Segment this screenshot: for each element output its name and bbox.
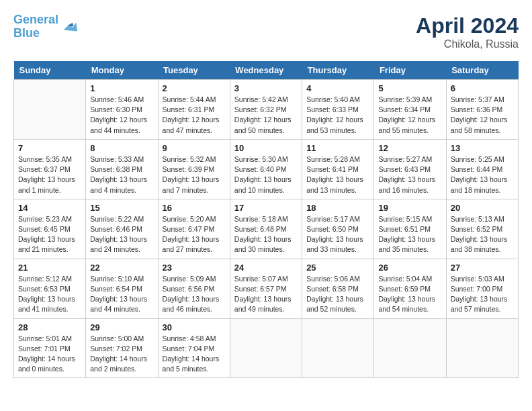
calendar-cell: 2Sunrise: 5:44 AMSunset: 6:31 PMDaylight… (158, 80, 230, 140)
calendar-cell: 28Sunrise: 5:01 AMSunset: 7:01 PMDayligh… (14, 318, 86, 378)
day-header-tuesday: Tuesday (158, 61, 230, 80)
week-row-4: 21Sunrise: 5:12 AMSunset: 6:53 PMDayligh… (14, 259, 519, 318)
cell-info: Sunrise: 5:40 AMSunset: 6:33 PMDaylight:… (306, 95, 369, 136)
date-number: 30 (163, 322, 226, 332)
calendar-cell (302, 318, 374, 378)
cell-info: Sunrise: 5:35 AMSunset: 6:37 PMDaylight:… (18, 154, 81, 195)
date-number: 16 (163, 203, 226, 213)
calendar-cell: 14Sunrise: 5:23 AMSunset: 6:45 PMDayligh… (14, 199, 86, 259)
day-header-thursday: Thursday (302, 61, 374, 80)
cell-info: Sunrise: 5:06 AMSunset: 6:58 PMDaylight:… (306, 274, 369, 315)
calendar-cell (374, 318, 446, 378)
calendar-cell: 23Sunrise: 5:09 AMSunset: 6:56 PMDayligh… (158, 259, 230, 318)
cell-info: Sunrise: 5:09 AMSunset: 6:56 PMDaylight:… (163, 274, 226, 315)
calendar-cell: 5Sunrise: 5:39 AMSunset: 6:34 PMDaylight… (374, 80, 446, 140)
week-row-5: 28Sunrise: 5:01 AMSunset: 7:01 PMDayligh… (14, 318, 519, 378)
date-number: 10 (234, 143, 298, 153)
date-number: 18 (306, 203, 369, 213)
calendar-cell: 3Sunrise: 5:42 AMSunset: 6:32 PMDaylight… (230, 80, 302, 140)
title-block: April 2024 Chikola, Russia (416, 13, 519, 50)
week-row-2: 7Sunrise: 5:35 AMSunset: 6:37 PMDaylight… (14, 139, 519, 199)
calendar-cell: 27Sunrise: 5:03 AMSunset: 7:00 PMDayligh… (446, 259, 518, 318)
calendar-header-row: SundayMondayTuesdayWednesdayThursdayFrid… (14, 61, 519, 80)
calendar-cell: 11Sunrise: 5:28 AMSunset: 6:41 PMDayligh… (302, 139, 374, 199)
calendar-cell: 19Sunrise: 5:15 AMSunset: 6:51 PMDayligh… (374, 199, 446, 259)
calendar-cell: 22Sunrise: 5:10 AMSunset: 6:54 PMDayligh… (86, 259, 158, 318)
calendar-cell: 30Sunrise: 4:58 AMSunset: 7:04 PMDayligh… (158, 318, 230, 378)
calendar-body: 1Sunrise: 5:46 AMSunset: 6:30 PMDaylight… (14, 80, 519, 378)
calendar-cell: 25Sunrise: 5:06 AMSunset: 6:58 PMDayligh… (302, 259, 374, 318)
month-title: April 2024 (416, 13, 519, 38)
cell-info: Sunrise: 5:18 AMSunset: 6:48 PMDaylight:… (234, 214, 298, 255)
cell-info: Sunrise: 5:30 AMSunset: 6:40 PMDaylight:… (234, 154, 298, 195)
date-number: 15 (90, 203, 153, 213)
calendar-cell: 13Sunrise: 5:25 AMSunset: 6:44 PMDayligh… (446, 139, 518, 199)
calendar-cell: 9Sunrise: 5:32 AMSunset: 6:39 PMDaylight… (158, 139, 230, 199)
cell-info: Sunrise: 4:58 AMSunset: 7:04 PMDaylight:… (163, 334, 226, 375)
date-number: 13 (451, 143, 514, 153)
cell-info: Sunrise: 5:25 AMSunset: 6:44 PMDaylight:… (451, 154, 514, 195)
cell-info: Sunrise: 5:01 AMSunset: 7:01 PMDaylight:… (18, 334, 81, 375)
cell-info: Sunrise: 5:22 AMSunset: 6:46 PMDaylight:… (90, 214, 153, 255)
calendar-cell (446, 318, 518, 378)
location: Chikola, Russia (416, 38, 519, 50)
calendar-cell: 8Sunrise: 5:33 AMSunset: 6:38 PMDaylight… (86, 139, 158, 199)
day-header-friday: Friday (374, 61, 446, 80)
date-number: 17 (234, 203, 298, 213)
calendar-cell: 12Sunrise: 5:27 AMSunset: 6:43 PMDayligh… (374, 139, 446, 199)
calendar-cell: 10Sunrise: 5:30 AMSunset: 6:40 PMDayligh… (230, 139, 302, 199)
date-number: 27 (451, 263, 514, 273)
calendar-cell: 1Sunrise: 5:46 AMSunset: 6:30 PMDaylight… (86, 80, 158, 140)
cell-info: Sunrise: 5:27 AMSunset: 6:43 PMDaylight:… (378, 154, 441, 195)
day-header-monday: Monday (86, 61, 158, 80)
calendar-cell: 6Sunrise: 5:37 AMSunset: 6:36 PMDaylight… (446, 80, 518, 140)
calendar-cell: 16Sunrise: 5:20 AMSunset: 6:47 PMDayligh… (158, 199, 230, 259)
logo-icon (60, 17, 79, 36)
calendar-cell: 21Sunrise: 5:12 AMSunset: 6:53 PMDayligh… (14, 259, 86, 318)
date-number: 7 (18, 143, 81, 153)
cell-info: Sunrise: 5:28 AMSunset: 6:41 PMDaylight:… (306, 154, 369, 195)
date-number: 12 (378, 143, 441, 153)
date-number: 28 (18, 322, 81, 332)
svg-marker-0 (64, 22, 78, 31)
cell-info: Sunrise: 5:03 AMSunset: 7:00 PMDaylight:… (451, 274, 514, 315)
date-number: 11 (306, 143, 369, 153)
date-number: 25 (306, 263, 369, 273)
date-number: 14 (18, 203, 81, 213)
cell-info: Sunrise: 5:23 AMSunset: 6:45 PMDaylight:… (18, 214, 81, 255)
date-number: 29 (90, 322, 153, 332)
date-number: 21 (18, 263, 81, 273)
date-number: 3 (234, 83, 298, 93)
cell-info: Sunrise: 5:17 AMSunset: 6:50 PMDaylight:… (306, 214, 369, 255)
date-number: 20 (451, 203, 514, 213)
cell-info: Sunrise: 5:20 AMSunset: 6:47 PMDaylight:… (163, 214, 226, 255)
calendar-cell: 20Sunrise: 5:13 AMSunset: 6:52 PMDayligh… (446, 199, 518, 259)
page-header: GeneralBlue April 2024 Chikola, Russia (13, 13, 519, 50)
calendar-cell (230, 318, 302, 378)
calendar-cell: 15Sunrise: 5:22 AMSunset: 6:46 PMDayligh… (86, 199, 158, 259)
cell-info: Sunrise: 5:12 AMSunset: 6:53 PMDaylight:… (18, 274, 81, 315)
date-number: 19 (378, 203, 441, 213)
date-number: 2 (163, 83, 226, 93)
cell-info: Sunrise: 5:07 AMSunset: 6:57 PMDaylight:… (234, 274, 298, 315)
date-number: 1 (90, 83, 153, 93)
logo-text: GeneralBlue (13, 13, 58, 40)
cell-info: Sunrise: 5:13 AMSunset: 6:52 PMDaylight:… (451, 214, 514, 255)
day-header-wednesday: Wednesday (230, 61, 302, 80)
calendar-cell: 17Sunrise: 5:18 AMSunset: 6:48 PMDayligh… (230, 199, 302, 259)
logo: GeneralBlue (13, 13, 79, 40)
cell-info: Sunrise: 5:46 AMSunset: 6:30 PMDaylight:… (90, 95, 153, 136)
cell-info: Sunrise: 5:37 AMSunset: 6:36 PMDaylight:… (451, 95, 514, 136)
cell-info: Sunrise: 5:42 AMSunset: 6:32 PMDaylight:… (234, 95, 298, 136)
week-row-3: 14Sunrise: 5:23 AMSunset: 6:45 PMDayligh… (14, 199, 519, 259)
cell-info: Sunrise: 5:44 AMSunset: 6:31 PMDaylight:… (163, 95, 226, 136)
calendar-cell: 4Sunrise: 5:40 AMSunset: 6:33 PMDaylight… (302, 80, 374, 140)
week-row-1: 1Sunrise: 5:46 AMSunset: 6:30 PMDaylight… (14, 80, 519, 140)
calendar-table: SundayMondayTuesdayWednesdayThursdayFrid… (13, 61, 519, 378)
cell-info: Sunrise: 5:04 AMSunset: 6:59 PMDaylight:… (378, 274, 441, 315)
day-header-saturday: Saturday (446, 61, 518, 80)
calendar-cell: 29Sunrise: 5:00 AMSunset: 7:02 PMDayligh… (86, 318, 158, 378)
cell-info: Sunrise: 5:15 AMSunset: 6:51 PMDaylight:… (378, 214, 441, 255)
date-number: 24 (234, 263, 298, 273)
calendar-cell: 24Sunrise: 5:07 AMSunset: 6:57 PMDayligh… (230, 259, 302, 318)
